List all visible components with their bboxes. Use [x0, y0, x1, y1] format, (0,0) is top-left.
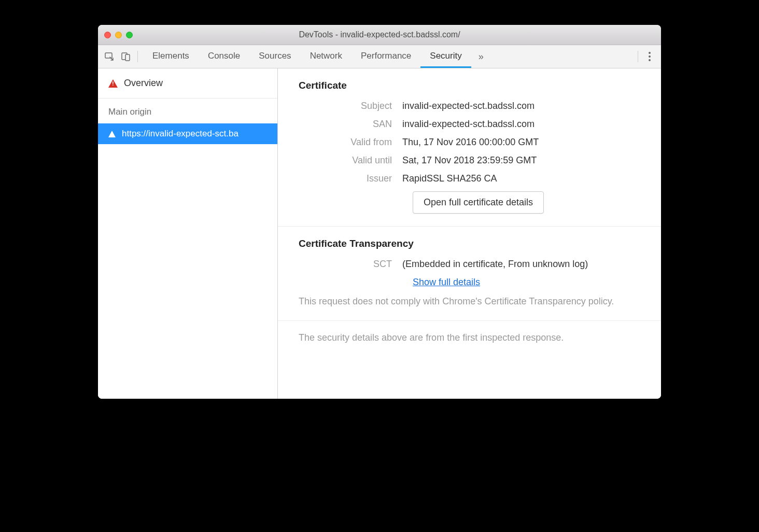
tab-console[interactable]: Console — [199, 45, 249, 68]
minimize-window-button[interactable] — [115, 32, 122, 38]
security-sidebar: Overview Main origin https://invalid-exp… — [98, 68, 278, 399]
more-tabs-icon[interactable]: » — [471, 45, 491, 68]
cert-value: Thu, 17 Nov 2016 00:00:00 GMT — [402, 137, 640, 148]
origin-url: https://invalid-expected-sct.ba — [122, 129, 238, 139]
maximize-window-button[interactable] — [126, 32, 133, 38]
show-full-details-link[interactable]: Show full details — [413, 277, 480, 287]
cert-value: invalid-expected-sct.badssl.com — [402, 101, 640, 111]
inspect-element-icon[interactable] — [103, 50, 116, 63]
devtools-toolbar: Elements Console Sources Network Perform… — [98, 45, 661, 68]
tab-performance[interactable]: Performance — [352, 45, 420, 68]
tab-elements[interactable]: Elements — [143, 45, 199, 68]
sidebar-origin-item[interactable]: https://invalid-expected-sct.ba — [98, 123, 277, 144]
ct-title: Certificate Transparency — [299, 238, 640, 249]
close-window-button[interactable] — [104, 32, 111, 38]
footer-note: The security details above are from the … — [278, 321, 661, 355]
certificate-title: Certificate — [299, 80, 640, 91]
settings-menu-icon[interactable] — [643, 52, 656, 61]
cert-label: Valid from — [299, 137, 402, 148]
warning-icon — [108, 79, 118, 88]
devtools-tabs: Elements Console Sources Network Perform… — [143, 45, 491, 68]
cert-row-valid-from: Valid from Thu, 17 Nov 2016 00:00:00 GMT — [299, 137, 640, 148]
svg-rect-0 — [105, 53, 112, 58]
cert-row-valid-until: Valid until Sat, 17 Nov 2018 23:59:59 GM… — [299, 155, 640, 166]
main-origin-header: Main origin — [98, 99, 277, 123]
certificate-section: Certificate Subject invalid-expected-sct… — [278, 68, 661, 227]
toolbar-icons — [103, 50, 132, 63]
cert-label: Valid until — [299, 155, 402, 166]
ct-section: Certificate Transparency SCT (Embedded i… — [278, 227, 661, 321]
cert-label: Subject — [299, 101, 402, 111]
overview-label: Overview — [124, 78, 163, 89]
ct-label: SCT — [299, 259, 402, 270]
cert-row-issuer: Issuer RapidSSL SHA256 CA — [299, 173, 640, 184]
cert-button-row: Open full certificate details — [413, 191, 640, 214]
traffic-lights — [104, 32, 133, 38]
open-certificate-details-button[interactable]: Open full certificate details — [413, 191, 544, 214]
cert-value: RapidSSL SHA256 CA — [402, 173, 640, 184]
ct-row-sct: SCT (Embedded in certificate, From unkno… — [299, 259, 640, 270]
cert-value: invalid-expected-sct.badssl.com — [402, 119, 640, 130]
titlebar: DevTools - invalid-expected-sct.badssl.c… — [98, 25, 661, 45]
tab-network[interactable]: Network — [301, 45, 352, 68]
tab-security[interactable]: Security — [420, 45, 471, 68]
content-area: Overview Main origin https://invalid-exp… — [98, 68, 661, 399]
cert-value: Sat, 17 Nov 2018 23:59:59 GMT — [402, 155, 640, 166]
sidebar-overview[interactable]: Overview — [98, 68, 277, 98]
cert-label: Issuer — [299, 173, 402, 184]
cert-row-subject: Subject invalid-expected-sct.badssl.com — [299, 101, 640, 111]
origin-warning-icon — [108, 131, 116, 137]
toolbar-divider — [638, 51, 638, 62]
ct-compliance-note: This request does not comply with Chrome… — [299, 295, 640, 308]
cert-row-san: SAN invalid-expected-sct.badssl.com — [299, 119, 640, 130]
security-main-panel: Certificate Subject invalid-expected-sct… — [278, 68, 661, 399]
toolbar-divider — [137, 51, 138, 62]
cert-label: SAN — [299, 119, 402, 130]
ct-value: (Embedded in certificate, From unknown l… — [402, 259, 640, 270]
window-title: DevTools - invalid-expected-sct.badssl.c… — [299, 30, 460, 39]
tab-sources[interactable]: Sources — [249, 45, 300, 68]
ct-link-row: Show full details — [413, 277, 640, 288]
device-toggle-icon[interactable] — [120, 50, 132, 63]
svg-rect-2 — [125, 54, 130, 61]
devtools-window: DevTools - invalid-expected-sct.badssl.c… — [98, 25, 661, 399]
